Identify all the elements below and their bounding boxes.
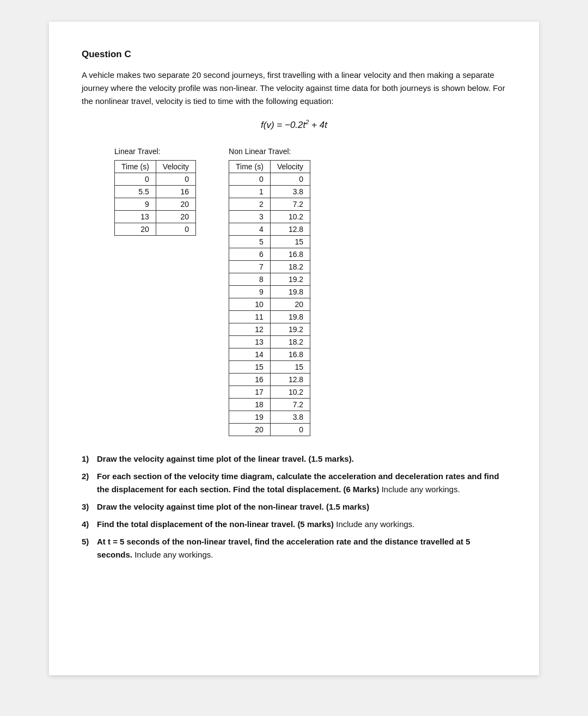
table-row: 27.2 bbox=[229, 198, 310, 210]
equation: f(v) = −0.2t2 + 4t bbox=[82, 119, 506, 131]
linear-table-block: Linear Travel: Time (s) Velocity 005.516… bbox=[114, 147, 196, 436]
table-row: 00 bbox=[115, 173, 196, 185]
table-row: 919.8 bbox=[229, 285, 310, 298]
table-row: 1219.2 bbox=[229, 323, 310, 335]
table-row: 1416.8 bbox=[229, 348, 310, 360]
table-row: 1020 bbox=[229, 298, 310, 310]
table-row: 1320 bbox=[115, 210, 196, 223]
table-row: 310.2 bbox=[229, 210, 310, 223]
question-number: 5) bbox=[82, 535, 93, 561]
nonlinear-label: Non Linear Travel: bbox=[229, 147, 310, 156]
table-row: 00 bbox=[229, 173, 310, 185]
table-row: 1710.2 bbox=[229, 385, 310, 398]
list-item: 5)At t = 5 seconds of the non-linear tra… bbox=[82, 535, 506, 561]
table-row: 193.8 bbox=[229, 411, 310, 423]
nonlinear-col-velocity: Velocity bbox=[270, 160, 310, 173]
table-row: 200 bbox=[115, 223, 196, 235]
table-row: 13.8 bbox=[229, 185, 310, 198]
nonlinear-table-block: Non Linear Travel: Time (s) Velocity 001… bbox=[229, 147, 310, 436]
table-row: 1119.8 bbox=[229, 310, 310, 323]
table-row: 200 bbox=[229, 423, 310, 436]
question-number: 3) bbox=[82, 500, 93, 513]
page: Question C A vehicle makes two separate … bbox=[49, 22, 539, 675]
table-row: 920 bbox=[115, 198, 196, 210]
table-row: 1318.2 bbox=[229, 335, 310, 348]
tables-section: Linear Travel: Time (s) Velocity 005.516… bbox=[114, 147, 506, 436]
question-text: For each section of the velocity time di… bbox=[97, 470, 506, 496]
list-item: 2)For each section of the velocity time … bbox=[82, 470, 506, 496]
question-text: At t = 5 seconds of the non-linear trave… bbox=[97, 535, 506, 561]
question-text: Draw the velocity against time plot of t… bbox=[97, 500, 506, 513]
table-row: 718.2 bbox=[229, 260, 310, 273]
table-row: 819.2 bbox=[229, 273, 310, 285]
table-row: 1612.8 bbox=[229, 373, 310, 385]
linear-col-time: Time (s) bbox=[115, 160, 156, 173]
question-number: 1) bbox=[82, 452, 93, 466]
nonlinear-col-time: Time (s) bbox=[229, 160, 271, 173]
list-item: 3)Draw the velocity against time plot of… bbox=[82, 500, 506, 513]
question-title: Question C bbox=[82, 49, 506, 60]
linear-label: Linear Travel: bbox=[114, 147, 196, 156]
intro-text: A vehicle makes two separate 20 second j… bbox=[82, 69, 506, 108]
question-text: Draw the velocity against time plot of t… bbox=[97, 452, 506, 466]
nonlinear-table: Time (s) Velocity 0013.827.2310.2412.851… bbox=[229, 160, 310, 436]
question-number: 4) bbox=[82, 518, 93, 531]
table-row: 515 bbox=[229, 235, 310, 248]
table-row: 412.8 bbox=[229, 223, 310, 235]
question-text: Find the total displacement of the non-l… bbox=[97, 518, 506, 531]
list-item: 4)Find the total displacement of the non… bbox=[82, 518, 506, 531]
linear-col-velocity: Velocity bbox=[156, 160, 195, 173]
question-number: 2) bbox=[82, 470, 93, 496]
table-row: 187.2 bbox=[229, 398, 310, 411]
table-row: 1515 bbox=[229, 360, 310, 373]
table-row: 5.516 bbox=[115, 185, 196, 198]
questions-section: 1)Draw the velocity against time plot of… bbox=[82, 452, 506, 561]
list-item: 1)Draw the velocity against time plot of… bbox=[82, 452, 506, 466]
table-row: 616.8 bbox=[229, 248, 310, 260]
questions-list: 1)Draw the velocity against time plot of… bbox=[82, 452, 506, 561]
linear-table: Time (s) Velocity 005.5169201320200 bbox=[114, 160, 196, 236]
